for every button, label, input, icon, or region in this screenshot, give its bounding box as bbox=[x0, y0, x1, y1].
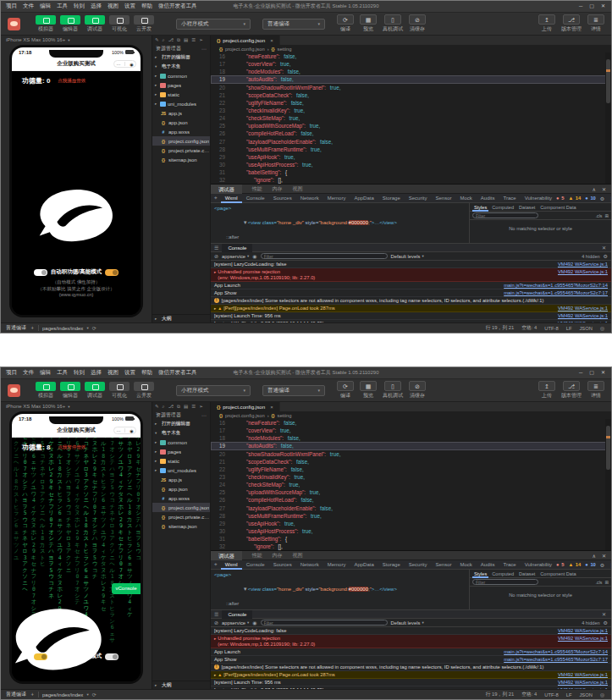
wxml-tree[interactable]: <page> ▼<view class="home _div" style="b… bbox=[211, 570, 469, 609]
devtools-tab[interactable]: Mock bbox=[455, 194, 476, 203]
grid-icon[interactable]: ⊞ bbox=[604, 213, 609, 218]
clear-console-icon[interactable]: ⊘ bbox=[214, 253, 218, 259]
close-button[interactable]: ✕ bbox=[601, 367, 605, 378]
devtools-tab[interactable]: Sources bbox=[269, 560, 296, 570]
activity-icon[interactable]: ▤ bbox=[184, 37, 188, 42]
tree-item[interactable]: ▸ 打开的编辑器 bbox=[152, 52, 210, 62]
inspect-element-icon[interactable]: ⌖ bbox=[214, 195, 218, 201]
breadcrumb[interactable]: {} project.config.json › {} setting bbox=[211, 411, 611, 419]
activity-icon[interactable]: ✎ bbox=[155, 404, 159, 409]
code-line[interactable]: 30 "useApiHostProcess": true, bbox=[211, 527, 611, 535]
tree-item[interactable]: JS app.js bbox=[152, 108, 210, 118]
more-icon[interactable]: ⋯ bbox=[116, 427, 120, 434]
more-actions-icon[interactable]: ⋯ bbox=[201, 46, 207, 52]
console-filter-input[interactable] bbox=[261, 253, 388, 259]
tree-item[interactable]: # app.wxss bbox=[152, 493, 210, 503]
tree-item[interactable]: ▸ static bbox=[152, 456, 210, 466]
toolbar-action-button[interactable]: ▦ 预览 bbox=[360, 14, 377, 33]
mode-dropdown[interactable]: 小程序模式 ▾ bbox=[176, 385, 251, 396]
capsule-menu[interactable]: ⋯ ◉ bbox=[113, 60, 136, 68]
more-icon[interactable]: ⋮ bbox=[609, 562, 612, 568]
code-line[interactable]: 19 "autoAudits": false, bbox=[211, 442, 611, 449]
tree-item[interactable]: ▸ 打开的编辑器 bbox=[152, 419, 210, 428]
devtools-tab[interactable]: Sensor bbox=[431, 560, 455, 570]
console-settings-icon[interactable]: ⚙ bbox=[604, 253, 608, 259]
eol-setting[interactable]: LF bbox=[566, 326, 572, 331]
devtools-tab[interactable]: Audits bbox=[477, 560, 499, 570]
panel-toggle[interactable]: 模拟器 bbox=[36, 15, 56, 33]
info-count[interactable]: ● 10 bbox=[585, 196, 596, 201]
inspect-element-icon[interactable]: ⌖ bbox=[214, 561, 218, 568]
compile-mode-dropdown[interactable]: 普通编译 ▾ bbox=[262, 385, 325, 396]
more-icon[interactable]: ⋯ bbox=[116, 61, 120, 68]
console-log-row[interactable]: ▸ Unhandled promise rejection (env: Wind… bbox=[211, 268, 611, 282]
debugger-tab[interactable]: 内存 bbox=[273, 185, 283, 193]
toolbar-action-button[interactable]: ⎇ 版本管理 bbox=[561, 14, 582, 33]
code-line[interactable]: 30 "useApiHostProcess": true, bbox=[211, 161, 611, 168]
tree-item[interactable]: ▸ uni_modules bbox=[152, 466, 210, 475]
language-mode[interactable]: JSON bbox=[579, 326, 592, 331]
code-line[interactable]: 21 "scopeDataCheck": false, bbox=[211, 458, 611, 466]
menu-item[interactable]: 项目 bbox=[6, 3, 17, 10]
devtools-tab[interactable]: Sources bbox=[269, 194, 296, 203]
code-line[interactable]: 32 "ignore": [], bbox=[211, 176, 611, 184]
devtools-tab[interactable]: AppData bbox=[350, 194, 378, 203]
source-link[interactable]: VM492 WAService.js:1 bbox=[558, 306, 608, 311]
activity-icon[interactable]: ⎇ bbox=[168, 404, 174, 409]
code-line[interactable]: 18 "nodeModules": false, bbox=[211, 68, 611, 75]
toolbar-action-button[interactable]: ⊘ 清缓存 bbox=[409, 381, 426, 400]
console-log-row[interactable]: ▸ ▲ [Perf][pages/index/index] Page.onLoa… bbox=[211, 671, 611, 679]
code-line[interactable]: 25 "uploadWithSourceMap": true, bbox=[211, 488, 611, 496]
tree-item[interactable]: ▸ pages bbox=[152, 80, 210, 90]
more-icon[interactable]: ⋮ bbox=[609, 196, 612, 201]
code-line[interactable]: 21 "scopeDataCheck": false, bbox=[211, 91, 611, 99]
menu-item[interactable]: 文件 bbox=[23, 3, 34, 10]
menu-item[interactable]: 设置 bbox=[124, 369, 135, 377]
grid-icon[interactable]: ⊞ bbox=[604, 580, 609, 585]
menu-item[interactable]: 工具 bbox=[57, 369, 68, 377]
code-line[interactable]: 16 "newFeature": false, bbox=[211, 52, 611, 60]
more-actions-icon[interactable]: ⋯ bbox=[201, 412, 207, 418]
toggle-icon[interactable] bbox=[36, 15, 56, 25]
activity-icon[interactable]: ⌕ bbox=[163, 404, 165, 410]
menu-item[interactable]: 转到 bbox=[74, 3, 85, 10]
cursor-position[interactable]: 行 19，列 21 bbox=[486, 324, 515, 332]
log-levels-dropdown[interactable]: Default levels ▾ bbox=[391, 254, 424, 259]
toggle-icon[interactable] bbox=[85, 382, 105, 391]
styles-tab[interactable]: Styles bbox=[472, 570, 488, 578]
styles-tab[interactable]: Component Data bbox=[538, 570, 577, 578]
toggle-icon[interactable] bbox=[60, 382, 80, 391]
tree-item[interactable]: # app.wxss bbox=[152, 127, 210, 136]
panel-toggle[interactable]: 编辑器 bbox=[60, 382, 80, 400]
expand-icon[interactable]: ▸ bbox=[214, 636, 216, 642]
console-log-row[interactable]: App Show main.js?t=wechat&s=1.c955465?Mo… bbox=[211, 656, 611, 664]
menu-item[interactable]: 视图 bbox=[108, 3, 119, 10]
minimize-button[interactable]: ─ bbox=[579, 367, 582, 378]
compile-mode-label[interactable]: 普通编译 bbox=[6, 691, 26, 698]
devtools-tab[interactable]: Memory bbox=[323, 194, 350, 203]
code-line[interactable]: 25 "uploadWithSourceMap": true, bbox=[211, 122, 611, 130]
sound-toggle-link[interactable]: 点我暂停音效 bbox=[58, 444, 85, 450]
eye-icon[interactable]: ◉ bbox=[252, 253, 256, 259]
device-bar[interactable]: iPhone XS Max 100% 16+ ▾ bbox=[1, 36, 152, 44]
compile-mode-dropdown[interactable]: 普通编译 ▾ bbox=[262, 19, 325, 30]
code-line[interactable]: 27 "lazyloadPlaceholderEnable": false, bbox=[211, 504, 611, 512]
refresh-icon[interactable]: ⟳ bbox=[92, 692, 96, 697]
page-path[interactable]: pages/index/index bbox=[42, 326, 83, 331]
high-energy-toggle[interactable] bbox=[105, 653, 119, 660]
toggle-icon[interactable] bbox=[36, 382, 56, 391]
language-mode[interactable]: JSON bbox=[579, 692, 592, 697]
code-area[interactable]: 16 "newFeature": false, 17 "coverView": … bbox=[211, 52, 611, 184]
mode-dropdown[interactable]: 小程序模式 ▾ bbox=[176, 19, 251, 30]
tree-item[interactable]: {} project.private.config.j... bbox=[152, 512, 210, 521]
toggle-icon[interactable] bbox=[60, 15, 80, 25]
menu-item[interactable]: 选择 bbox=[91, 3, 102, 10]
tree-item[interactable]: {} project.config.json bbox=[152, 136, 210, 146]
error-count[interactable]: ● 5 bbox=[556, 562, 564, 567]
console-log-row[interactable]: [system] Launch Time: 956 ms VM492 WASer… bbox=[211, 679, 611, 686]
source-link[interactable]: main.js?t=wechat&s=1.c955465?MozorS2c7:1… bbox=[504, 649, 608, 655]
devtools-tab[interactable]: Network bbox=[296, 560, 323, 570]
toggle-icon[interactable] bbox=[85, 15, 105, 25]
console-log-row[interactable]: App Launch main.js?t=wechat&s=1.c955465?… bbox=[211, 648, 611, 656]
source-link[interactable]: VM492 WAService.js:1 bbox=[558, 628, 608, 634]
